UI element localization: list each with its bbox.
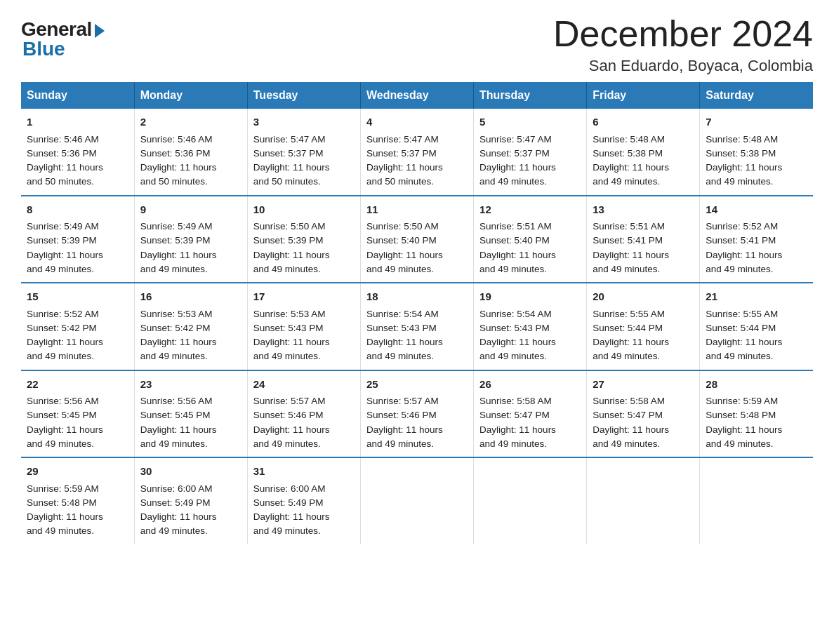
day-number: 7	[706, 114, 807, 130]
day-info: Sunrise: 5:49 AM Sunset: 5:39 PM Dayligh…	[27, 220, 128, 276]
day-cell: 14Sunrise: 5:52 AM Sunset: 5:41 PM Dayli…	[700, 196, 813, 283]
day-number: 16	[140, 289, 241, 305]
day-cell: 30Sunrise: 6:00 AM Sunset: 5:49 PM Dayli…	[134, 457, 247, 544]
day-cell: 24Sunrise: 5:57 AM Sunset: 5:46 PM Dayli…	[247, 370, 360, 458]
day-cell: 22Sunrise: 5:56 AM Sunset: 5:45 PM Dayli…	[21, 370, 134, 458]
day-info: Sunrise: 5:51 AM Sunset: 5:41 PM Dayligh…	[593, 220, 694, 276]
day-number: 31	[253, 464, 355, 480]
day-cell: 28Sunrise: 5:59 AM Sunset: 5:48 PM Dayli…	[700, 370, 813, 458]
week-row-5: 29Sunrise: 5:59 AM Sunset: 5:48 PM Dayli…	[21, 457, 813, 544]
day-cell: 7Sunrise: 5:48 AM Sunset: 5:38 PM Daylig…	[700, 109, 813, 196]
day-info: Sunrise: 5:57 AM Sunset: 5:46 PM Dayligh…	[366, 394, 468, 451]
day-cell: 13Sunrise: 5:51 AM Sunset: 5:41 PM Dayli…	[587, 196, 700, 283]
day-number: 29	[27, 464, 128, 480]
day-info: Sunrise: 5:56 AM Sunset: 5:45 PM Dayligh…	[27, 394, 128, 451]
day-cell: 20Sunrise: 5:55 AM Sunset: 5:44 PM Dayli…	[587, 283, 700, 370]
day-cell: 26Sunrise: 5:58 AM Sunset: 5:47 PM Dayli…	[474, 370, 587, 458]
day-cell: 12Sunrise: 5:51 AM Sunset: 5:40 PM Dayli…	[474, 196, 587, 283]
day-cell: 5Sunrise: 5:47 AM Sunset: 5:37 PM Daylig…	[474, 109, 587, 196]
day-number: 4	[366, 114, 468, 130]
day-cell	[587, 457, 700, 544]
day-info: Sunrise: 5:53 AM Sunset: 5:43 PM Dayligh…	[253, 307, 355, 364]
title-block: December 2024 San Eduardo, Boyaca, Colom…	[553, 14, 813, 75]
day-cell: 31Sunrise: 6:00 AM Sunset: 5:49 PM Dayli…	[247, 457, 360, 544]
logo-arrow-icon	[95, 24, 105, 38]
day-info: Sunrise: 5:57 AM Sunset: 5:46 PM Dayligh…	[253, 394, 355, 451]
day-cell: 10Sunrise: 5:50 AM Sunset: 5:39 PM Dayli…	[247, 196, 360, 283]
day-number: 8	[27, 202, 128, 218]
day-cell: 15Sunrise: 5:52 AM Sunset: 5:42 PM Dayli…	[21, 283, 134, 370]
day-info: Sunrise: 6:00 AM Sunset: 5:49 PM Dayligh…	[140, 482, 241, 539]
calendar-header-row: SundayMondayTuesdayWednesdayThursdayFrid…	[21, 82, 813, 109]
header-friday: Friday	[587, 82, 700, 109]
page-header: General Blue December 2024 San Eduardo, …	[21, 14, 813, 75]
day-info: Sunrise: 5:47 AM Sunset: 5:37 PM Dayligh…	[253, 133, 355, 189]
day-cell: 25Sunrise: 5:57 AM Sunset: 5:46 PM Dayli…	[360, 370, 473, 458]
day-number: 1	[27, 114, 128, 130]
day-cell: 19Sunrise: 5:54 AM Sunset: 5:43 PM Dayli…	[474, 283, 587, 370]
day-cell: 11Sunrise: 5:50 AM Sunset: 5:40 PM Dayli…	[360, 196, 473, 283]
day-info: Sunrise: 5:52 AM Sunset: 5:42 PM Dayligh…	[27, 307, 128, 364]
day-info: Sunrise: 5:50 AM Sunset: 5:39 PM Dayligh…	[253, 220, 355, 276]
week-row-2: 8Sunrise: 5:49 AM Sunset: 5:39 PM Daylig…	[21, 196, 813, 283]
header-saturday: Saturday	[700, 82, 813, 109]
day-info: Sunrise: 5:49 AM Sunset: 5:39 PM Dayligh…	[140, 220, 241, 276]
header-sunday: Sunday	[21, 82, 134, 109]
day-number: 30	[140, 464, 241, 480]
day-cell: 21Sunrise: 5:55 AM Sunset: 5:44 PM Dayli…	[700, 283, 813, 370]
day-number: 23	[140, 377, 241, 393]
day-cell: 1Sunrise: 5:46 AM Sunset: 5:36 PM Daylig…	[21, 109, 134, 196]
day-number: 24	[253, 377, 355, 393]
header-monday: Monday	[134, 82, 247, 109]
header-tuesday: Tuesday	[247, 82, 360, 109]
day-cell: 3Sunrise: 5:47 AM Sunset: 5:37 PM Daylig…	[247, 109, 360, 196]
day-cell	[474, 457, 587, 544]
day-number: 9	[140, 202, 241, 218]
day-number: 22	[27, 377, 128, 393]
day-info: Sunrise: 5:47 AM Sunset: 5:37 PM Dayligh…	[479, 133, 581, 189]
day-number: 18	[366, 289, 468, 305]
day-number: 28	[706, 377, 807, 393]
day-cell: 16Sunrise: 5:53 AM Sunset: 5:42 PM Dayli…	[134, 283, 247, 370]
day-info: Sunrise: 5:54 AM Sunset: 5:43 PM Dayligh…	[479, 307, 581, 364]
day-info: Sunrise: 5:59 AM Sunset: 5:48 PM Dayligh…	[27, 482, 128, 539]
week-row-3: 15Sunrise: 5:52 AM Sunset: 5:42 PM Dayli…	[21, 283, 813, 370]
day-number: 5	[479, 114, 581, 130]
day-number: 6	[593, 114, 694, 130]
day-number: 14	[706, 202, 807, 218]
header-thursday: Thursday	[474, 82, 587, 109]
day-number: 17	[253, 289, 355, 305]
day-number: 27	[593, 377, 694, 393]
day-cell: 29Sunrise: 5:59 AM Sunset: 5:48 PM Dayli…	[21, 457, 134, 544]
day-number: 19	[479, 289, 581, 305]
logo: General Blue	[21, 14, 105, 60]
day-cell	[360, 457, 473, 544]
day-cell: 8Sunrise: 5:49 AM Sunset: 5:39 PM Daylig…	[21, 196, 134, 283]
day-cell: 23Sunrise: 5:56 AM Sunset: 5:45 PM Dayli…	[134, 370, 247, 458]
day-number: 15	[27, 289, 128, 305]
day-info: Sunrise: 5:54 AM Sunset: 5:43 PM Dayligh…	[366, 307, 468, 364]
day-cell: 17Sunrise: 5:53 AM Sunset: 5:43 PM Dayli…	[247, 283, 360, 370]
day-info: Sunrise: 5:55 AM Sunset: 5:44 PM Dayligh…	[706, 307, 807, 364]
day-number: 20	[593, 289, 694, 305]
day-number: 12	[479, 202, 581, 218]
day-info: Sunrise: 5:52 AM Sunset: 5:41 PM Dayligh…	[706, 220, 807, 276]
day-info: Sunrise: 5:50 AM Sunset: 5:40 PM Dayligh…	[366, 220, 468, 276]
day-cell: 6Sunrise: 5:48 AM Sunset: 5:38 PM Daylig…	[587, 109, 700, 196]
header-wednesday: Wednesday	[360, 82, 473, 109]
day-cell: 2Sunrise: 5:46 AM Sunset: 5:36 PM Daylig…	[134, 109, 247, 196]
day-info: Sunrise: 5:47 AM Sunset: 5:37 PM Dayligh…	[366, 133, 468, 189]
calendar-table: SundayMondayTuesdayWednesdayThursdayFrid…	[21, 82, 813, 544]
day-number: 21	[706, 289, 807, 305]
day-number: 11	[366, 202, 468, 218]
day-info: Sunrise: 5:59 AM Sunset: 5:48 PM Dayligh…	[706, 394, 807, 451]
day-cell: 9Sunrise: 5:49 AM Sunset: 5:39 PM Daylig…	[134, 196, 247, 283]
day-info: Sunrise: 6:00 AM Sunset: 5:49 PM Dayligh…	[253, 482, 355, 539]
main-title: December 2024	[553, 14, 813, 54]
day-number: 26	[479, 377, 581, 393]
day-info: Sunrise: 5:46 AM Sunset: 5:36 PM Dayligh…	[140, 133, 241, 189]
day-number: 13	[593, 202, 694, 218]
day-info: Sunrise: 5:53 AM Sunset: 5:42 PM Dayligh…	[140, 307, 241, 364]
day-info: Sunrise: 5:56 AM Sunset: 5:45 PM Dayligh…	[140, 394, 241, 451]
day-cell: 4Sunrise: 5:47 AM Sunset: 5:37 PM Daylig…	[360, 109, 473, 196]
